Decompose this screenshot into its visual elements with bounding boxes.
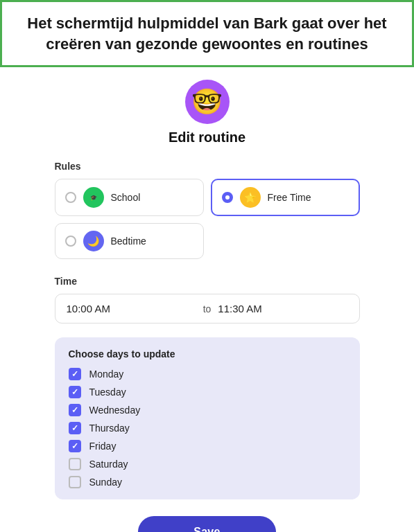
time-end[interactable]: 11:30 AM xyxy=(218,303,347,314)
days-title: Choose days to update xyxy=(69,348,346,360)
rule-label-school: School xyxy=(111,192,141,203)
rule-radio-bedtime xyxy=(65,236,76,247)
rule-card-school[interactable]: 🎓 School xyxy=(55,179,204,216)
day-row-wednesday[interactable]: Wednesday xyxy=(69,404,346,416)
checkbox-wednesday[interactable] xyxy=(69,404,81,416)
main-content: 🤓 Edit routine Rules 🎓 School ⭐ Free Tim… xyxy=(41,67,374,532)
rules-label: Rules xyxy=(55,161,81,172)
save-button[interactable]: Save xyxy=(138,516,276,532)
checkbox-saturday[interactable] xyxy=(69,458,81,470)
checkbox-friday[interactable] xyxy=(69,440,81,452)
page-title: Edit routine xyxy=(169,130,245,145)
day-label-friday: Friday xyxy=(89,441,117,452)
checkbox-tuesday[interactable] xyxy=(69,386,81,398)
rule-card-freetime[interactable]: ⭐ Free Time xyxy=(211,179,360,216)
avatar: 🤓 xyxy=(185,80,230,124)
time-start[interactable]: 10:00 AM xyxy=(67,303,196,314)
rule-label-bedtime: Bedtime xyxy=(111,236,146,247)
checkbox-thursday[interactable] xyxy=(69,422,81,434)
rule-radio-school xyxy=(65,192,76,203)
time-to: to xyxy=(203,303,212,314)
banner: Het schermtijd hulpmiddel van Bark gaat … xyxy=(0,0,414,67)
svg-text:🎓: 🎓 xyxy=(90,194,97,201)
rules-grid: 🎓 School ⭐ Free Time 🌙 Bedtime xyxy=(55,179,360,259)
bedtime-icon: 🌙 xyxy=(83,231,104,251)
school-icon: 🎓 xyxy=(83,187,104,208)
day-label-saturday: Saturday xyxy=(89,459,128,470)
days-section: Choose days to update Monday Tuesday Wed… xyxy=(55,337,360,499)
day-label-wednesday: Wednesday xyxy=(89,405,141,416)
banner-text: Het schermtijd hulpmiddel van Bark gaat … xyxy=(16,13,398,54)
rule-label-freetime: Free Time xyxy=(268,192,311,203)
day-row-saturday[interactable]: Saturday xyxy=(69,458,346,470)
day-row-thursday[interactable]: Thursday xyxy=(69,422,346,434)
day-row-friday[interactable]: Friday xyxy=(69,440,346,452)
day-label-thursday: Thursday xyxy=(89,423,130,434)
time-label: Time xyxy=(55,276,360,287)
day-row-monday[interactable]: Monday xyxy=(69,368,346,380)
time-section: Time 10:00 AM to 11:30 AM xyxy=(55,276,360,323)
day-row-sunday[interactable]: Sunday xyxy=(69,476,346,488)
avatar-emoji: 🤓 xyxy=(191,87,223,116)
rule-radio-freetime xyxy=(222,192,233,203)
day-label-sunday: Sunday xyxy=(89,477,122,488)
freetime-icon: ⭐ xyxy=(240,187,261,208)
day-row-tuesday[interactable]: Tuesday xyxy=(69,386,346,398)
day-label-tuesday: Tuesday xyxy=(89,387,126,398)
checkbox-sunday[interactable] xyxy=(69,476,81,488)
rule-card-bedtime[interactable]: 🌙 Bedtime xyxy=(55,223,204,259)
time-row[interactable]: 10:00 AM to 11:30 AM xyxy=(55,294,360,323)
day-label-monday: Monday xyxy=(89,369,124,380)
checkbox-monday[interactable] xyxy=(69,368,81,380)
